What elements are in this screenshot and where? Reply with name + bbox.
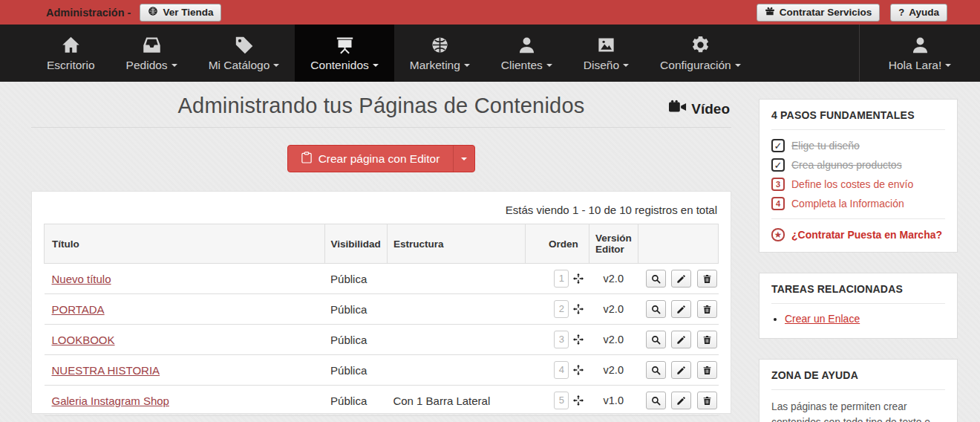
pages-table: Título Visibilidad Estructura Orden Vers… (44, 224, 719, 422)
header-estructura: Estructura (387, 224, 525, 264)
edit-button[interactable] (671, 270, 691, 288)
star-icon: ★ (771, 228, 785, 241)
user-icon (517, 35, 537, 55)
step-item[interactable]: ✓ Elige tu diseño (771, 139, 945, 152)
visibility-cell: Pública (324, 386, 387, 416)
header-version-editor: Versión Editor (589, 224, 638, 264)
preview-button[interactable] (646, 300, 666, 318)
toolbar: Crear página con Editor (31, 145, 731, 172)
move-icon[interactable] (572, 334, 584, 345)
nav-item-configuracion[interactable]: Configuración (644, 25, 757, 82)
ver-tienda-button[interactable]: Ver Tienda (140, 4, 221, 22)
version-cell: v2.0 (589, 355, 638, 386)
table-row: NUESTRA HISTORIA Pública 4 v2.0 (45, 355, 719, 386)
edit-button[interactable] (671, 392, 691, 409)
step-item[interactable]: ✓ Crea algunos productos (771, 158, 945, 172)
preview-button[interactable] (646, 270, 666, 288)
chevron-down-icon (461, 158, 467, 160)
delete-button[interactable] (697, 361, 717, 379)
nav-item-mi-catalogo[interactable]: Mi Catálogo (193, 25, 295, 82)
structure-cell (387, 416, 525, 422)
video-camera-icon (669, 100, 687, 118)
table-row: LOOKBOOK Pública 3 v2.0 (45, 325, 719, 355)
contratar-puesta-link[interactable]: ★ ¿Contratar Puesta en Marcha? (771, 228, 945, 241)
table-row: Nuevo título Pública 1 v2.0 (45, 264, 719, 294)
main-content: Administrando tus Páginas de Contenidos … (0, 82, 750, 422)
table-row: BLOG Pública 6 v2.0 (45, 416, 719, 422)
version-cell: v2.0 (589, 416, 638, 422)
nav-item-marketing[interactable]: Marketing (394, 25, 486, 82)
preview-button[interactable] (646, 392, 666, 409)
tasks-panel-title: TAREAS RELACIONADAS (771, 283, 945, 295)
delete-button[interactable] (697, 392, 717, 409)
move-icon[interactable] (572, 303, 584, 315)
table-row: PORTADA Pública 2 v2.0 (45, 294, 719, 325)
home-icon (61, 35, 81, 55)
nav-item-clientes[interactable]: Clientes (486, 25, 568, 82)
delete-button[interactable] (697, 270, 717, 288)
table-header-row: Título Visibilidad Estructura Orden Vers… (45, 224, 719, 264)
page-title-link[interactable]: LOOKBOOK (52, 334, 115, 346)
delete-button[interactable] (697, 331, 717, 348)
order-input[interactable]: 4 (554, 361, 569, 379)
ayuda-button[interactable]: ? Ayuda (890, 4, 947, 22)
create-page-dropdown-toggle[interactable] (453, 146, 474, 172)
nav-item-pedidos[interactable]: Pedidos (111, 25, 193, 82)
move-icon[interactable] (572, 395, 584, 406)
avatar (910, 35, 930, 55)
step-number-badge: 4 (771, 197, 785, 210)
pages-table-card: Estás viendo 1 - 10 de 10 registros en t… (31, 191, 731, 414)
step-item[interactable]: 4 Completa la Información (771, 197, 945, 210)
video-link[interactable]: Vídeo (669, 100, 730, 118)
edit-button[interactable] (671, 300, 691, 318)
admin-title: Administración - (46, 7, 131, 19)
preview-button[interactable] (646, 331, 666, 348)
table-row: Galeria Instagram Shop Pública Con 1 Bar… (45, 386, 719, 416)
chevron-down-icon (735, 64, 741, 67)
chevron-down-icon (373, 64, 379, 67)
page-title-link[interactable]: Nuevo título (52, 273, 111, 285)
page-title: Administrando tus Páginas de Contenidos (31, 82, 731, 118)
version-cell: v2.0 (589, 264, 638, 294)
visibility-cell: Pública (324, 416, 387, 422)
create-page-button[interactable]: Crear página con Editor (288, 146, 454, 172)
order-input[interactable]: 5 (554, 392, 569, 409)
move-icon[interactable] (572, 273, 584, 285)
edit-button[interactable] (671, 331, 691, 348)
order-input[interactable]: 1 (554, 270, 569, 288)
order-input[interactable]: 3 (554, 331, 569, 348)
move-icon[interactable] (572, 364, 584, 376)
easel-icon (335, 35, 355, 55)
globe-icon (430, 35, 450, 55)
structure-cell (387, 325, 525, 355)
contratar-servicios-button[interactable]: Contratar Servicios (757, 4, 881, 22)
help-text: Las páginas te permiten crear contenidos… (771, 399, 945, 422)
order-input[interactable]: 2 (554, 300, 569, 318)
page-header: Administrando tus Páginas de Contenidos … (31, 82, 731, 128)
page-title-link[interactable]: PORTADA (52, 303, 105, 316)
step-item[interactable]: 3 Define los costes de envío (771, 178, 945, 191)
globe-icon (148, 6, 158, 19)
clipboard-icon (301, 152, 312, 166)
help-panel: ZONA DE AYUDA Las páginas te permiten cr… (759, 359, 958, 422)
chevron-down-icon (464, 64, 470, 67)
page-title-link[interactable]: Galeria Instagram Shop (52, 395, 169, 407)
page-title-link[interactable]: NUESTRA HISTORIA (52, 364, 160, 377)
header-actions (638, 224, 718, 264)
edit-button[interactable] (671, 361, 691, 379)
image-icon (596, 35, 616, 55)
visibility-cell: Pública (324, 325, 387, 355)
user-menu[interactable]: Hola Lara! (859, 25, 980, 82)
crear-enlace-link[interactable]: Crear un Enlace (785, 313, 860, 325)
delete-button[interactable] (697, 300, 717, 318)
tasks-panel: TAREAS RELACIONADAS Crear un Enlace (759, 273, 958, 339)
nav-item-diseno[interactable]: Diseño (568, 25, 644, 82)
nav-item-contenidos[interactable]: Contenidos (295, 25, 393, 82)
nav-item-escritorio[interactable]: Escritorio (31, 25, 111, 82)
structure-cell (387, 294, 525, 325)
visibility-cell: Pública (324, 355, 387, 386)
preview-button[interactable] (646, 361, 666, 379)
gift-icon (765, 6, 775, 19)
list-item: Crear un Enlace (785, 313, 945, 325)
gear-icon (690, 35, 710, 55)
